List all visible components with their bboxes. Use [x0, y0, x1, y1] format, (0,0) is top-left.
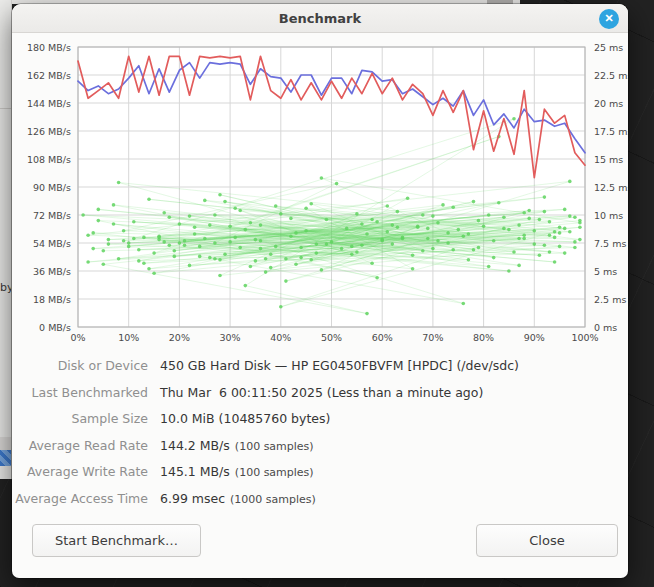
svg-text:0%: 0%	[70, 332, 85, 343]
detail-label: Disk or Device	[12, 353, 148, 380]
detail-note: (100 samples)	[235, 434, 314, 461]
svg-text:108 MB/s: 108 MB/s	[27, 154, 71, 165]
detail-label: Average Write Rate	[12, 459, 148, 486]
detail-row: Sample Size10.0 MiB (10485760 bytes)	[12, 406, 628, 433]
svg-text:0 MB/s: 0 MB/s	[39, 322, 71, 333]
detail-value: 145.1 MB/s	[160, 459, 230, 486]
svg-text:17.5 ms: 17.5 ms	[594, 126, 628, 137]
detail-value: Thu Mar 6 00:11:50 2025 (Less than a min…	[160, 380, 483, 407]
svg-text:5 ms: 5 ms	[594, 266, 617, 277]
svg-text:20 ms: 20 ms	[594, 98, 623, 109]
background-gray-band	[0, 437, 12, 450]
svg-text:10 ms: 10 ms	[594, 210, 623, 221]
benchmark-chart-area: 180 MB/s25 ms0%162 MB/s22.5 ms10%144 MB/…	[12, 43, 628, 351]
detail-label: Sample Size	[12, 406, 148, 433]
svg-text:15 ms: 15 ms	[594, 154, 623, 165]
svg-text:22.5 ms: 22.5 ms	[594, 70, 628, 81]
detail-value: 10.0 MiB (10485760 bytes)	[160, 406, 330, 433]
detail-note: (100 samples)	[235, 460, 314, 487]
svg-text:144 MB/s: 144 MB/s	[27, 98, 71, 109]
detail-row: Last BenchmarkedThu Mar 6 00:11:50 2025 …	[12, 380, 628, 407]
detail-value: 6.99 msec	[160, 486, 225, 513]
benchmark-details: Disk or Device450 GB Hard Disk — HP EG04…	[12, 353, 628, 512]
svg-text:40%: 40%	[270, 332, 291, 343]
svg-text:36 MB/s: 36 MB/s	[33, 266, 71, 277]
svg-text:80%: 80%	[473, 332, 494, 343]
svg-text:18 MB/s: 18 MB/s	[33, 294, 71, 305]
svg-text:0 ms: 0 ms	[594, 322, 617, 333]
start-benchmark-button[interactable]: Start Benchmark…	[32, 524, 201, 557]
svg-text:20%: 20%	[169, 332, 190, 343]
dialog-title: Benchmark	[279, 11, 361, 26]
dialog-titlebar[interactable]: Benchmark ✕	[12, 4, 628, 33]
detail-label: Last Benchmarked	[12, 380, 148, 407]
svg-text:25 ms: 25 ms	[594, 43, 623, 53]
detail-row: Average Read Rate144.2 MB/s(100 samples)	[12, 433, 628, 460]
svg-text:180 MB/s: 180 MB/s	[27, 43, 71, 53]
svg-text:162 MB/s: 162 MB/s	[27, 70, 71, 81]
background-window-left-sliver: by	[0, 0, 12, 479]
detail-row: Average Write Rate145.1 MB/s(100 samples…	[12, 459, 628, 486]
detail-label: Average Read Rate	[12, 433, 148, 460]
svg-text:12.5 ms: 12.5 ms	[594, 182, 628, 193]
svg-text:54 MB/s: 54 MB/s	[33, 238, 71, 249]
svg-text:60%: 60%	[372, 332, 393, 343]
svg-text:126 MB/s: 126 MB/s	[27, 126, 71, 137]
svg-text:72 MB/s: 72 MB/s	[33, 210, 71, 221]
close-icon[interactable]: ✕	[599, 9, 619, 29]
svg-text:30%: 30%	[220, 332, 241, 343]
detail-row: Disk or Device450 GB Hard Disk — HP EG04…	[12, 353, 628, 380]
svg-text:70%: 70%	[422, 332, 443, 343]
detail-label: Average Access Time	[12, 486, 148, 513]
detail-row: Average Access Time6.99 msec(1000 sample…	[12, 486, 628, 513]
svg-text:50%: 50%	[321, 332, 342, 343]
background-progressbar-sliver	[0, 450, 12, 466]
svg-text:2.5 ms: 2.5 ms	[594, 294, 626, 305]
close-button[interactable]: Close	[476, 524, 618, 557]
benchmark-dialog: Benchmark ✕ 180 MB/s25 ms0%162 MB/s22.5 …	[12, 4, 628, 578]
svg-text:7.5 ms: 7.5 ms	[594, 238, 626, 249]
svg-text:90%: 90%	[524, 332, 545, 343]
detail-note: (1000 samples)	[230, 487, 316, 514]
benchmark-chart: 180 MB/s25 ms0%162 MB/s22.5 ms10%144 MB/…	[12, 43, 628, 351]
detail-value: 450 GB Hard Disk — HP EG0450FBVFM [HPDC]…	[160, 353, 519, 380]
detail-value: 144.2 MB/s	[160, 433, 230, 460]
background-partial-text: by	[0, 281, 12, 294]
background-divider	[0, 108, 12, 109]
svg-text:10%: 10%	[118, 332, 139, 343]
svg-text:100%: 100%	[571, 332, 598, 343]
svg-text:90 MB/s: 90 MB/s	[33, 182, 71, 193]
